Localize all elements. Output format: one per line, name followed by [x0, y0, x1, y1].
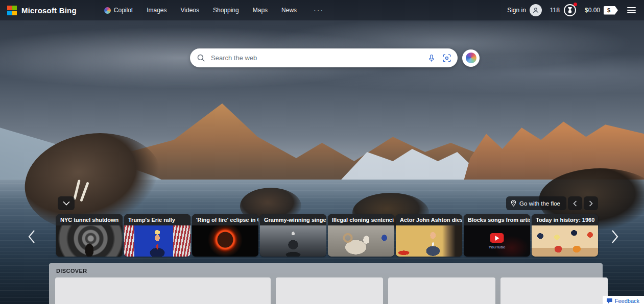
discover-cards: [49, 277, 603, 304]
discover-card[interactable]: [276, 277, 383, 304]
prev-image-button[interactable]: [568, 196, 582, 210]
notification-dot: [574, 3, 577, 6]
nav-item-news[interactable]: News: [281, 7, 297, 14]
collapse-feed-button[interactable]: [58, 196, 75, 210]
nav-item-videos[interactable]: Videos: [181, 7, 199, 14]
news-card-title: Grammy-winning singer dies: [260, 214, 326, 225]
brand-title[interactable]: Microsoft Bing: [21, 6, 77, 15]
nav-label: Videos: [181, 7, 199, 14]
next-image-button[interactable]: [584, 196, 598, 210]
copilot-icon: [104, 7, 111, 14]
chevron-right-icon: [589, 200, 593, 207]
news-card-title: Blocks songs from artists: [464, 214, 530, 225]
chevron-right-icon: [611, 230, 619, 244]
news-card[interactable]: Illegal cloning sentencing: [328, 214, 394, 257]
news-card[interactable]: Blocks songs from artists YouTube: [464, 214, 530, 257]
news-card-thumbnail: [124, 225, 190, 257]
news-card-thumbnail: [260, 225, 326, 257]
nav-label: Shopping: [213, 7, 239, 14]
carousel-prev-button[interactable]: [28, 230, 36, 244]
news-card[interactable]: Trump's Erie rally: [124, 214, 190, 257]
news-card-title: Illegal cloning sentencing: [328, 214, 394, 225]
top-navigation-bar: Microsoft Bing Copilot Images Videos Sho…: [0, 0, 644, 20]
hamburger-menu-icon[interactable]: [626, 5, 637, 15]
news-card-thumbnail: YouTube: [464, 225, 530, 257]
feedback-button[interactable]: Feedback: [603, 296, 644, 304]
nav-item-images[interactable]: Images: [147, 7, 166, 14]
rewards-medal-icon: [563, 4, 577, 17]
nav-item-shopping[interactable]: Shopping: [213, 7, 239, 14]
news-card[interactable]: Actor John Ashton dies: [396, 214, 462, 257]
news-card-title: 'Ring of fire' eclipse in Oct: [192, 214, 258, 225]
copilot-search-button[interactable]: [462, 49, 480, 67]
news-card-thumbnail: [396, 225, 462, 257]
nav-item-copilot[interactable]: Copilot: [104, 7, 133, 14]
news-card-thumbnail: [328, 225, 394, 257]
cashback-amount: $0.00: [585, 7, 600, 14]
microsoft-logo-icon[interactable]: [7, 6, 17, 15]
news-card[interactable]: NYC tunnel shutdown: [56, 214, 123, 257]
discover-card[interactable]: [500, 277, 608, 304]
youtube-wordmark: YouTube: [464, 245, 530, 249]
image-caption-label: Go with the floe: [519, 200, 560, 207]
hero-image-controls: Go with the floe: [506, 196, 598, 210]
sign-in-button[interactable]: Sign in: [507, 4, 542, 16]
youtube-play-icon: [490, 233, 504, 243]
feedback-label: Feedback: [615, 298, 639, 304]
nav-label: News: [281, 7, 297, 14]
top-right-controls: Sign in 118 $: [507, 4, 637, 17]
nav-label: Copilot: [114, 7, 133, 14]
chevron-down-icon: [63, 201, 70, 206]
image-caption-button[interactable]: Go with the floe: [506, 196, 566, 210]
chevron-left-icon: [28, 230, 36, 244]
cashback-tag-symbol: $: [607, 7, 610, 13]
visual-search-icon[interactable]: [442, 54, 451, 63]
nav-item-maps[interactable]: Maps: [253, 7, 268, 14]
search-icon: [197, 54, 205, 62]
news-card-title: Trump's Erie rally: [124, 214, 190, 225]
carousel-next-button[interactable]: [611, 230, 619, 244]
search-input[interactable]: [210, 54, 427, 62]
rewards-points: 118: [550, 7, 560, 14]
news-card-thumbnail: [192, 225, 258, 257]
news-carousel: NYC tunnel shutdown Trump's Erie rally '…: [56, 214, 598, 257]
news-card[interactable]: Grammy-winning singer dies: [260, 214, 326, 257]
news-card-title: NYC tunnel shutdown: [56, 214, 123, 225]
discover-card[interactable]: [388, 277, 495, 304]
news-card-title: Today in history: 1960: [532, 214, 598, 225]
primary-nav: Copilot Images Videos Shopping Maps News…: [104, 6, 324, 14]
nav-more-ellipsis-icon[interactable]: ···: [314, 6, 324, 14]
signin-avatar-icon: [530, 4, 542, 16]
feedback-icon: [607, 298, 612, 303]
location-pin-icon: [511, 200, 516, 207]
search-bar[interactable]: [190, 48, 458, 67]
nav-label: Images: [147, 7, 166, 14]
rewards-button[interactable]: 118: [550, 4, 577, 17]
search-area: [190, 48, 480, 67]
news-card[interactable]: 'Ring of fire' eclipse in Oct: [192, 214, 258, 257]
discover-card[interactable]: [55, 277, 271, 304]
chevron-left-icon: [573, 200, 577, 207]
news-card-thumbnail: [56, 225, 123, 257]
discover-panel: DISCOVER: [49, 263, 603, 304]
hero-background-image: [0, 0, 644, 304]
news-card[interactable]: Today in history: 1960: [532, 214, 598, 257]
sign-in-label: Sign in: [507, 7, 526, 14]
news-card-thumbnail: [532, 225, 598, 257]
bing-homepage: Microsoft Bing Copilot Images Videos Sho…: [0, 0, 644, 304]
cashback-tag-icon: $: [604, 6, 618, 15]
nav-label: Maps: [253, 7, 268, 14]
news-card-title: Actor John Ashton dies: [396, 214, 462, 225]
copilot-icon: [466, 53, 476, 63]
mic-icon[interactable]: [427, 54, 436, 63]
cashback-button[interactable]: $0.00 $: [585, 6, 618, 15]
discover-title: DISCOVER: [49, 263, 603, 277]
